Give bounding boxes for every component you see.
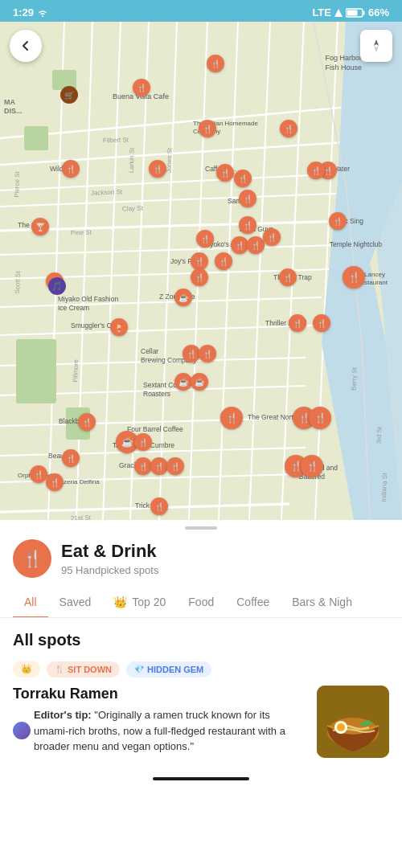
map-pin[interactable]: 🍴 xyxy=(30,465,47,483)
map-pin[interactable]: 🍴 xyxy=(247,236,265,254)
map-pin[interactable]: 🍴 xyxy=(279,268,297,286)
map-pin[interactable]: 🍴 xyxy=(289,314,306,332)
wifi-icon xyxy=(37,9,48,17)
ramen-image-svg xyxy=(317,686,389,758)
avatar xyxy=(13,722,31,739)
map-pin[interactable]: 🍴 xyxy=(329,212,347,230)
map-street-3rd: 3rd St xyxy=(375,427,383,444)
spot-image xyxy=(317,686,389,758)
home-bar xyxy=(153,777,249,780)
map-pin[interactable]: 🍴 xyxy=(149,160,166,178)
bottom-panel: 🍴 Eat & Drink 95 Handpicked spots All Sa… xyxy=(0,530,402,618)
map-pin[interactable]: 🍴 xyxy=(234,170,252,187)
signal-icon xyxy=(334,9,343,17)
tab-bars[interactable]: Bars & Nigh xyxy=(281,588,363,618)
spot-card-torraku[interactable]: Torraku Ramen Editor's tip: "Originally … xyxy=(13,686,389,758)
map-pin[interactable]: 🍴 xyxy=(220,407,243,429)
collection-info: Eat & Drink 95 Handpicked spots xyxy=(61,541,158,575)
collection-title: Eat & Drink xyxy=(61,541,158,562)
shop-icon: 🛒 xyxy=(60,86,78,104)
spot-image-inner xyxy=(317,686,389,758)
map-pin[interactable]: 🍴 xyxy=(309,407,331,429)
map-pin[interactable]: 🍹 xyxy=(110,318,128,336)
editor-tip-text: Editor's tip: "Originally a ramen truck … xyxy=(34,707,307,755)
tab-top20[interactable]: 👑 Top 20 xyxy=(102,588,177,618)
map-label-miyako: Miyako Old FashionIce Cream xyxy=(58,295,118,313)
map-pin[interactable]: 🍴 xyxy=(307,162,325,179)
map-pin[interactable]: ☕ xyxy=(174,373,192,391)
map-area-label: MADIS... xyxy=(4,98,23,116)
map-street-filbert: Filbert St xyxy=(103,136,129,144)
map-pin[interactable]: 🍴 xyxy=(183,345,200,362)
map-pin[interactable]: 🍴 xyxy=(199,345,216,362)
map-label-four-barrel: Four Barrel Coffee xyxy=(127,425,183,433)
map-pin[interactable]: 🍴 xyxy=(207,55,224,72)
map-street-indiana: Indiana St xyxy=(380,473,388,502)
battery-display: 66% xyxy=(368,6,389,18)
drag-handle xyxy=(185,526,217,530)
map-street-larkin: Larkin St xyxy=(128,148,136,174)
map-pin[interactable]: 🍴 xyxy=(134,457,152,475)
map-pin[interactable]: 🍴 xyxy=(191,268,208,286)
map-street-pine: Pine St xyxy=(71,229,92,237)
tab-food[interactable]: Food xyxy=(177,588,225,618)
collection-header: 🍴 Eat & Drink 95 Handpicked spots xyxy=(13,539,389,578)
map-pin[interactable]: 🍴 xyxy=(216,164,234,182)
tab-all[interactable]: All xyxy=(13,588,48,618)
map-pin[interactable]: 🍴 xyxy=(215,252,232,270)
map-pin[interactable]: 🍴 xyxy=(239,190,256,207)
spot-info: Torraku Ramen Editor's tip: "Originally … xyxy=(13,686,307,758)
spot-name: Torraku Ramen xyxy=(13,686,307,702)
map-street-jackson: Jackson St xyxy=(91,188,122,196)
map-street-21st: 21st St xyxy=(71,514,91,520)
badge-hidden-gem: 💎 HIDDEN GEM xyxy=(126,661,211,678)
svg-marker-1 xyxy=(334,9,343,17)
spots-section: All spots 👑 🍴 SIT DOWN 💎 HIDDEN GEM Torr… xyxy=(0,618,402,758)
svg-rect-34 xyxy=(24,126,48,150)
map-pin[interactable]: 🍴 xyxy=(239,216,256,234)
map-pin[interactable]: 🍴 xyxy=(78,413,96,431)
map-pin[interactable]: ☕ xyxy=(174,289,192,306)
tab-coffee[interactable]: Coffee xyxy=(225,588,281,618)
map-pin[interactable]: 🍴 xyxy=(46,473,64,491)
map-label-temple: Temple Nightclub xyxy=(330,240,382,248)
map-pin[interactable]: 🍴 xyxy=(62,449,80,467)
map-pin[interactable]: 🍴 xyxy=(199,120,216,137)
map-pin[interactable]: 🍴 xyxy=(62,160,80,178)
map-area[interactable]: Fog HarborFish House Buena Vista Cafe Th… xyxy=(0,22,402,520)
svg-point-39 xyxy=(337,723,345,731)
map-street-fillmore: Fillmore xyxy=(72,359,80,383)
map-pin[interactable]: ☕ xyxy=(191,373,208,391)
map-label-fog-harbor: Fog HarborFish House xyxy=(325,54,362,72)
back-arrow-icon xyxy=(18,39,33,53)
map-pin[interactable]: 🍴 xyxy=(150,457,168,475)
time-display: 1:29 xyxy=(13,6,34,18)
map-pin[interactable]: 🍴 xyxy=(166,457,184,475)
map-pin[interactable]: 🍴 xyxy=(343,266,365,289)
home-indicator xyxy=(0,771,402,785)
tab-saved[interactable]: Saved xyxy=(48,588,103,618)
drag-handle-area[interactable] xyxy=(0,520,402,530)
map-pin[interactable]: 🍴 xyxy=(134,433,152,451)
battery-icon xyxy=(346,8,365,18)
badge-sit-down: 🍴 SIT DOWN xyxy=(47,661,120,678)
map-pin[interactable]: 🍴 xyxy=(196,230,214,248)
badge-crown: 👑 xyxy=(13,661,40,678)
collection-icon: 🍴 xyxy=(13,539,51,578)
map-pin[interactable]: 🍴 xyxy=(263,228,281,246)
map-pin[interactable]: 🍴 xyxy=(191,252,208,270)
svg-rect-3 xyxy=(363,10,364,14)
map-pin[interactable]: 🍴 xyxy=(150,497,168,515)
map-pin[interactable]: 🍴 xyxy=(301,455,323,477)
map-street-clay: Clay St xyxy=(122,205,143,213)
spots-title: All spots xyxy=(13,631,389,649)
map-pin[interactable]: 🍴 xyxy=(133,79,150,96)
navigation-button[interactable] xyxy=(360,30,392,62)
map-street-berry: Berry St xyxy=(351,367,359,391)
map-pin[interactable]: 🍸 xyxy=(31,218,49,235)
back-button[interactable] xyxy=(10,30,42,62)
map-pin[interactable]: 🍴 xyxy=(231,236,248,254)
tabs-container: All Saved 👑 Top 20 Food Coffee Bars & Ni… xyxy=(0,588,402,618)
map-pin[interactable]: 🍴 xyxy=(313,314,330,332)
map-pin[interactable]: 🍴 xyxy=(280,120,297,137)
